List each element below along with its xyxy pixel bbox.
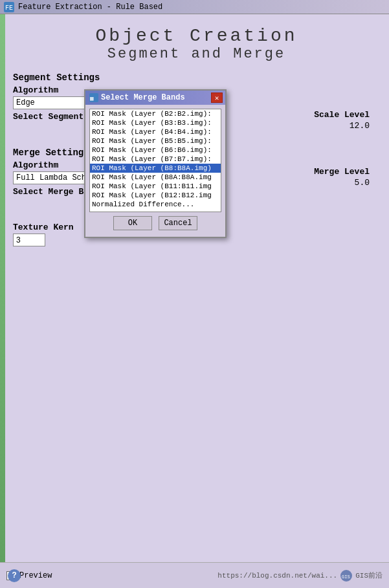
modal-icon: ▦ <box>89 93 98 102</box>
list-item[interactable]: Normalized Difference... <box>90 200 221 209</box>
ok-button[interactable]: OK <box>113 216 152 230</box>
list-item[interactable]: ROI Mask (Layer (B8:B8A.img) <box>90 164 221 173</box>
list-item[interactable]: ROI Mask (Layer (B12:B12.img <box>90 191 221 200</box>
list-item[interactable]: ROI Mask (Layer (B6:B6.img): <box>90 146 221 155</box>
list-item[interactable]: ROI Mask (Layer (B3:B3.img): <box>90 118 221 127</box>
list-item[interactable]: ROI Mask (Layer (B8A:B8A.img <box>90 173 221 182</box>
select-merge-bands-dialog: ▦ Select Merge Bands ✕ ROI Mask (Layer (… <box>84 89 227 238</box>
modal-title-label: Select Merge Bands <box>101 93 185 102</box>
list-item[interactable]: ROI Mask (Layer (B11:B11.img <box>90 182 221 191</box>
modal-title-bar: ▦ Select Merge Bands ✕ <box>85 91 225 105</box>
modal-overlay: ▦ Select Merge Bands ✕ ROI Mask (Layer (… <box>0 0 389 588</box>
list-item[interactable]: ROI Mask (Layer (B4:B4.img): <box>90 127 221 136</box>
cancel-button[interactable]: Cancel <box>159 216 197 230</box>
modal-close-button[interactable]: ✕ <box>211 93 223 103</box>
list-item[interactable]: ROI Mask (Layer (B5:B5.img): <box>90 136 221 146</box>
modal-buttons: OK Cancel <box>89 212 221 233</box>
svg-text:▦: ▦ <box>90 96 94 102</box>
bands-list[interactable]: ROI Mask (Layer (B2:B2.img):ROI Mask (La… <box>89 109 221 212</box>
list-item[interactable]: ROI Mask (Layer (B7:B7.img): <box>90 155 221 164</box>
modal-body: ROI Mask (Layer (B2:B2.img):ROI Mask (La… <box>85 105 225 237</box>
list-item[interactable]: ROI Mask (Layer (B2:B2.img): <box>90 109 221 118</box>
